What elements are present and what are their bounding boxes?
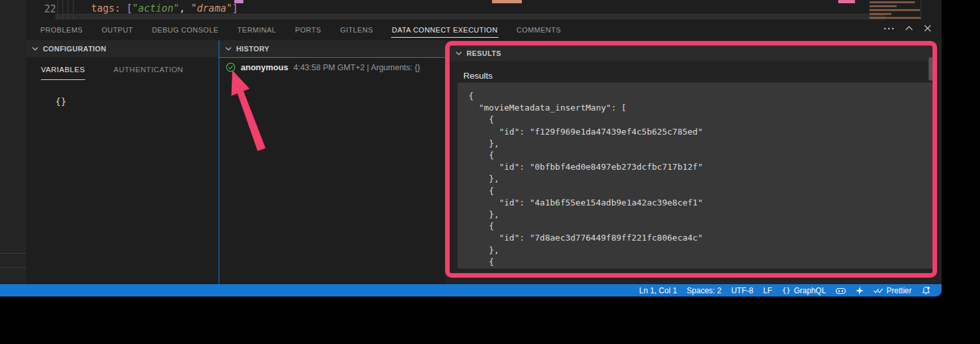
status-bar: Ln 1, Col 1 Spaces: 2 UTF-8 LF {} GraphQ… xyxy=(0,284,942,297)
configuration-tabs: VARIABLES AUTHENTICATION xyxy=(41,66,219,80)
chevron-down-icon xyxy=(456,51,462,55)
indent-guide xyxy=(57,0,58,20)
configuration-header[interactable]: CONFIGURATION xyxy=(26,40,219,57)
vscode-window: 22 tags: ["action", "drama"] PROBLEMS OU… xyxy=(0,0,980,344)
minimap-line xyxy=(869,17,921,19)
notifications[interactable] xyxy=(921,286,931,295)
more-actions-icon[interactable] xyxy=(884,27,894,31)
code-token-field: tags: xyxy=(91,3,126,14)
results-json: { "movieMetadata_insertMany": [ { "id": … xyxy=(457,83,934,268)
copilot-icon xyxy=(836,287,846,295)
tab-ports[interactable]: PORTS xyxy=(294,22,321,38)
sparkle-status[interactable] xyxy=(856,287,864,295)
language-mode-icon: {} xyxy=(782,286,791,295)
tab-gitlens[interactable]: GITLENS xyxy=(340,22,374,38)
indentation-setting[interactable]: Spaces: 2 xyxy=(687,286,721,295)
variables-editor[interactable]: {} xyxy=(55,96,219,107)
history-title: HISTORY xyxy=(236,45,269,53)
bell-icon xyxy=(921,286,931,295)
minimap[interactable] xyxy=(865,0,928,20)
code-token-open-bracket: [ xyxy=(126,3,132,14)
history-list: anonymous 4:43:58 PM GMT+2 | Arguments: … xyxy=(219,57,445,284)
code-line-22: tags: ["action", "drama"] xyxy=(91,3,238,14)
configuration-title: CONFIGURATION xyxy=(43,45,106,53)
success-check-icon xyxy=(226,62,236,72)
results-section: RESULTS Results { "movieMetadata_insertM… xyxy=(445,40,942,284)
results-header[interactable]: RESULTS xyxy=(450,46,937,61)
history-entry-name: anonymous xyxy=(241,62,288,72)
configuration-section: CONFIGURATION VARIABLES AUTHENTICATION {… xyxy=(26,40,219,284)
code-token-string-action: "action" xyxy=(132,3,179,14)
history-entry[interactable]: anonymous 4:43:58 PM GMT+2 | Arguments: … xyxy=(219,58,445,72)
tab-variables[interactable]: VARIABLES xyxy=(41,66,85,80)
code-token-string-drama: "drama" xyxy=(191,3,232,14)
tab-debug-console[interactable]: DEBUG CONSOLE xyxy=(151,22,219,38)
editor-partial-line-fragment xyxy=(838,0,855,3)
results-title: RESULTS xyxy=(467,49,501,57)
tab-data-connect-execution[interactable]: DATA CONNECT EXECUTION xyxy=(391,22,498,38)
indent-guide xyxy=(68,0,68,20)
line-number: 22 xyxy=(31,3,56,15)
history-section: HISTORY anonymous 4:43:58 PM GMT+2 | Arg… xyxy=(219,40,445,284)
code-token-close-bracket: ] xyxy=(232,3,238,14)
tab-output[interactable]: OUTPUT xyxy=(101,22,133,38)
chevron-down-icon xyxy=(225,47,232,51)
minimap-line xyxy=(869,1,915,3)
sidebar-divider xyxy=(0,267,26,268)
cursor-position[interactable]: Ln 1, Col 1 xyxy=(639,286,677,295)
eol-setting[interactable]: LF xyxy=(763,286,772,295)
panel-tab-bar: PROBLEMS OUTPUT DEBUG CONSOLE TERMINAL P… xyxy=(26,20,942,40)
results-scrollbar-thumb[interactable] xyxy=(929,57,933,81)
minimap-line xyxy=(869,13,892,15)
current-line-highlight xyxy=(55,14,885,20)
encoding-setting[interactable]: UTF-8 xyxy=(731,286,754,295)
history-entry-details: 4:43:58 PM GMT+2 | Arguments: {} xyxy=(293,63,420,72)
minimap-separator xyxy=(921,0,921,20)
sidebar-strip xyxy=(0,0,26,284)
notification-badge xyxy=(927,286,930,289)
indent-guide xyxy=(73,0,74,20)
language-mode[interactable]: {} GraphQL xyxy=(782,286,826,295)
formatter-label: Prettier xyxy=(886,286,912,295)
minimap-line xyxy=(869,9,920,11)
chevron-down-icon xyxy=(32,47,38,51)
language-mode-label: GraphQL xyxy=(794,286,826,295)
copilot-status[interactable] xyxy=(836,287,846,295)
close-panel-icon[interactable] xyxy=(924,25,931,32)
tab-authentication[interactable]: AUTHENTICATION xyxy=(114,66,184,80)
indent-guide xyxy=(62,0,63,20)
maximize-panel-icon[interactable] xyxy=(905,26,913,31)
tab-problems[interactable]: PROBLEMS xyxy=(40,22,83,38)
tab-terminal[interactable]: TERMINAL xyxy=(237,22,277,38)
formatter-status[interactable]: Prettier xyxy=(873,286,912,295)
panel-actions xyxy=(884,25,931,32)
tab-comments[interactable]: COMMENTS xyxy=(516,22,562,38)
code-editor[interactable]: 22 tags: ["action", "drama"] xyxy=(26,0,942,20)
results-label: Results xyxy=(463,71,493,81)
history-header[interactable]: HISTORY xyxy=(219,40,445,57)
minimap-line xyxy=(869,5,897,7)
sparkle-icon xyxy=(856,287,864,295)
editor-partial-line-fragment xyxy=(492,0,522,3)
code-token-comma: , xyxy=(179,3,191,14)
results-json-viewer[interactable]: { "movieMetadata_insertMany": [ { "id": … xyxy=(457,83,934,269)
sidebar-divider xyxy=(0,253,26,254)
double-check-icon xyxy=(873,287,883,294)
